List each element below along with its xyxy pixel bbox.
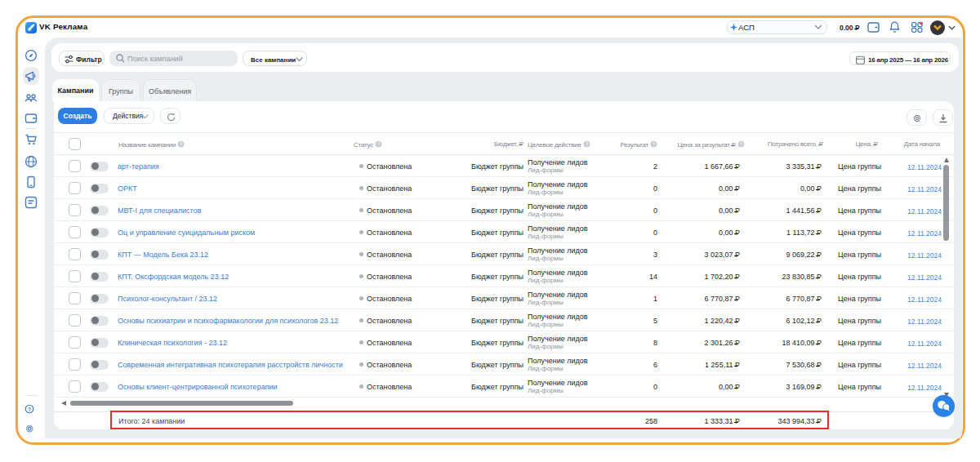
svg-text:?: ? [28,406,31,412]
